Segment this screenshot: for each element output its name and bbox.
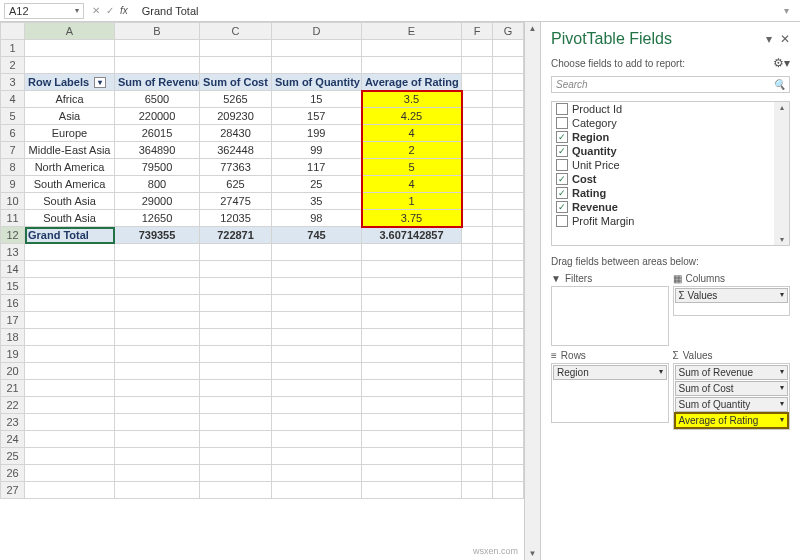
filters-area[interactable]: ▼Filters bbox=[551, 273, 669, 346]
chevron-down-icon[interactable]: ▾ bbox=[75, 6, 79, 15]
row-header-10[interactable]: 10 bbox=[1, 193, 25, 210]
data-cell[interactable]: 117 bbox=[272, 159, 362, 176]
grand-total-cell[interactable]: 722871 bbox=[200, 227, 272, 244]
close-icon[interactable]: ✕ bbox=[780, 32, 790, 46]
pivot-col-header[interactable]: Sum of Revenue bbox=[115, 74, 200, 91]
row-header-7[interactable]: 7 bbox=[1, 142, 25, 159]
checkbox[interactable]: ✓ bbox=[556, 201, 568, 213]
search-input[interactable]: Search🔍 bbox=[551, 76, 790, 93]
data-cell[interactable]: 209230 bbox=[200, 108, 272, 125]
row-header-6[interactable]: 6 bbox=[1, 125, 25, 142]
data-cell-rating[interactable]: 4.25 bbox=[362, 108, 462, 125]
row-header-16[interactable]: 16 bbox=[1, 295, 25, 312]
data-cell[interactable]: 199 bbox=[272, 125, 362, 142]
data-cell[interactable]: 6500 bbox=[115, 91, 200, 108]
checkbox[interactable] bbox=[556, 103, 568, 115]
checkbox[interactable]: ✓ bbox=[556, 131, 568, 143]
data-cell[interactable]: 25 bbox=[272, 176, 362, 193]
gear-icon[interactable]: ⚙▾ bbox=[773, 56, 790, 70]
data-cell[interactable]: 98 bbox=[272, 210, 362, 227]
checkbox[interactable]: ✓ bbox=[556, 145, 568, 157]
data-cell[interactable]: 364890 bbox=[115, 142, 200, 159]
row-header-12[interactable]: 12 bbox=[1, 227, 25, 244]
pivot-col-header[interactable]: Sum of Quantity bbox=[272, 74, 362, 91]
field-item[interactable]: ✓Quantity bbox=[552, 144, 789, 158]
pivot-rowlabel-header[interactable]: Row Labels ▾ bbox=[25, 74, 115, 91]
values-area[interactable]: ΣValues Sum of Revenue▾Sum of Cost▾Sum o… bbox=[673, 350, 791, 430]
data-cell[interactable]: 12035 bbox=[200, 210, 272, 227]
row-header-20[interactable]: 20 bbox=[1, 363, 25, 380]
pivot-col-header[interactable]: Average of Rating bbox=[362, 74, 462, 91]
rows-area[interactable]: ≡Rows Region▾ bbox=[551, 350, 669, 430]
row-header-27[interactable]: 27 bbox=[1, 482, 25, 499]
filter-dropdown-icon[interactable]: ▾ bbox=[94, 77, 106, 88]
row-header-5[interactable]: 5 bbox=[1, 108, 25, 125]
field-list[interactable]: ▴▾ Product IdCategory✓Region✓QuantityUni… bbox=[551, 101, 790, 246]
data-cell-rating[interactable]: 3.5 bbox=[362, 91, 462, 108]
checkbox[interactable]: ✓ bbox=[556, 187, 568, 199]
grand-total-cell[interactable]: 739355 bbox=[115, 227, 200, 244]
field-item[interactable]: Profit Margin bbox=[552, 214, 789, 228]
area-pill[interactable]: Average of Rating▾ bbox=[675, 413, 789, 428]
checkbox[interactable]: ✓ bbox=[556, 173, 568, 185]
row-header-9[interactable]: 9 bbox=[1, 176, 25, 193]
worksheet[interactable]: ABCDEFG123Row Labels ▾Sum of RevenueSum … bbox=[0, 22, 524, 560]
cancel-icon[interactable]: ✕ bbox=[92, 5, 100, 16]
row-header-23[interactable]: 23 bbox=[1, 414, 25, 431]
fx-icon[interactable]: fx bbox=[120, 5, 128, 16]
scroll-down-icon[interactable]: ▾ bbox=[780, 235, 784, 244]
scroll-up-icon[interactable]: ▴ bbox=[780, 103, 784, 112]
col-header-C[interactable]: C bbox=[200, 23, 272, 40]
row-header-18[interactable]: 18 bbox=[1, 329, 25, 346]
field-item[interactable]: ✓Revenue bbox=[552, 200, 789, 214]
data-cell[interactable]: 625 bbox=[200, 176, 272, 193]
chevron-down-icon[interactable]: ▾ bbox=[659, 367, 663, 378]
area-pill[interactable]: Σ Values▾ bbox=[675, 288, 789, 303]
row-header-22[interactable]: 22 bbox=[1, 397, 25, 414]
data-cell-rating[interactable]: 4 bbox=[362, 125, 462, 142]
row-header-3[interactable]: 3 bbox=[1, 74, 25, 91]
row-header-24[interactable]: 24 bbox=[1, 431, 25, 448]
row-header-13[interactable]: 13 bbox=[1, 244, 25, 261]
chevron-down-icon[interactable]: ▾ bbox=[780, 415, 784, 426]
row-header-15[interactable]: 15 bbox=[1, 278, 25, 295]
pivot-row-label[interactable]: South America bbox=[25, 176, 115, 193]
pivot-row-label[interactable]: North America bbox=[25, 159, 115, 176]
data-cell[interactable]: 5265 bbox=[200, 91, 272, 108]
vertical-scrollbar[interactable]: ▲▼ bbox=[524, 22, 540, 560]
row-header-1[interactable]: 1 bbox=[1, 40, 25, 57]
grand-total-cell[interactable]: 3.607142857 bbox=[362, 227, 462, 244]
formula-expand-icon[interactable]: ▾ bbox=[784, 5, 796, 16]
row-header-17[interactable]: 17 bbox=[1, 312, 25, 329]
data-cell[interactable]: 77363 bbox=[200, 159, 272, 176]
col-header-A[interactable]: A bbox=[25, 23, 115, 40]
field-item[interactable]: Category bbox=[552, 116, 789, 130]
data-cell[interactable]: 800 bbox=[115, 176, 200, 193]
pivot-row-label[interactable]: Africa bbox=[25, 91, 115, 108]
chevron-down-icon[interactable]: ▾ bbox=[780, 290, 784, 301]
row-header-11[interactable]: 11 bbox=[1, 210, 25, 227]
chevron-down-icon[interactable]: ▾ bbox=[780, 383, 784, 394]
col-header-F[interactable]: F bbox=[462, 23, 493, 40]
data-cell[interactable]: 99 bbox=[272, 142, 362, 159]
select-all-corner[interactable] bbox=[1, 23, 25, 40]
columns-area[interactable]: ▦Columns Σ Values▾ bbox=[673, 273, 791, 346]
field-item[interactable]: Product Id bbox=[552, 102, 789, 116]
row-header-25[interactable]: 25 bbox=[1, 448, 25, 465]
pivot-row-label[interactable]: Middle-East Asia bbox=[25, 142, 115, 159]
data-cell[interactable]: 157 bbox=[272, 108, 362, 125]
col-header-E[interactable]: E bbox=[362, 23, 462, 40]
pivot-row-label[interactable]: South Asia bbox=[25, 210, 115, 227]
row-header-4[interactable]: 4 bbox=[1, 91, 25, 108]
row-header-2[interactable]: 2 bbox=[1, 57, 25, 74]
data-cell[interactable]: 28430 bbox=[200, 125, 272, 142]
data-cell[interactable]: 27475 bbox=[200, 193, 272, 210]
field-item[interactable]: ✓Cost bbox=[552, 172, 789, 186]
data-cell-rating[interactable]: 1 bbox=[362, 193, 462, 210]
checkbox[interactable] bbox=[556, 159, 568, 171]
data-cell-rating[interactable]: 3.75 bbox=[362, 210, 462, 227]
data-cell[interactable]: 15 bbox=[272, 91, 362, 108]
data-cell-rating[interactable]: 4 bbox=[362, 176, 462, 193]
chevron-down-icon[interactable]: ▾ bbox=[780, 367, 784, 378]
field-list-scrollbar[interactable]: ▴▾ bbox=[774, 102, 789, 245]
